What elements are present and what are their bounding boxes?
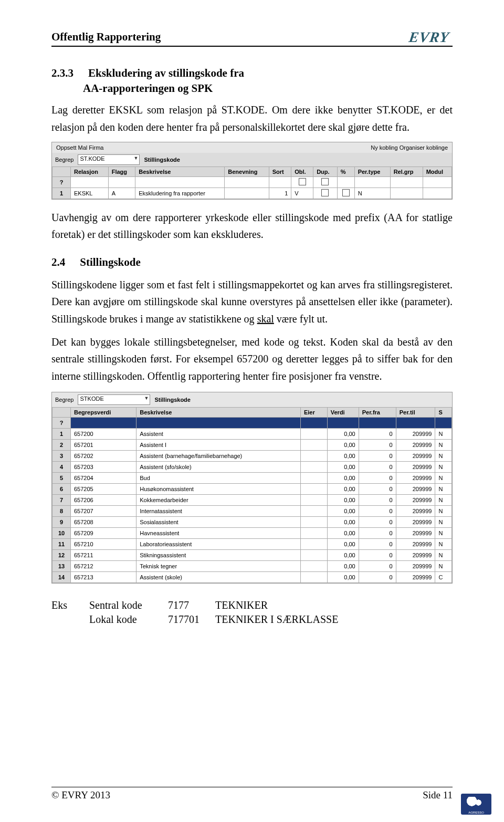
section-24-paragraph-2: Det kan bygges lokale stillingsbetegnels…: [51, 334, 453, 384]
ui2-col-pertil[interactable]: Per.til: [396, 408, 435, 418]
ui2-col-eier[interactable]: Eier: [300, 408, 327, 418]
ui2-begrep-label: Begrep: [55, 397, 74, 403]
ui1-begrep-title: Stillingskode: [144, 157, 180, 163]
eks-r1-a: Sentral kode: [89, 599, 168, 611]
ui2-data-row[interactable]: 7657206Kokkemedarbeider0,000209999N: [52, 495, 452, 506]
ui2-data-row[interactable]: 12657211Stikningsassistent0,000209999N: [52, 550, 452, 561]
ui1-menu-right[interactable]: Ny kobling Organiser koblinge: [371, 144, 448, 151]
ui-stkode-panel: Begrep STKODE Stillingskode Begrepsverdi…: [51, 392, 453, 584]
eks-r2-c: TEKNIKER I SÆRKLASSE: [215, 613, 453, 626]
footer-right: Side 11: [423, 789, 453, 801]
ui2-begrep-dropdown[interactable]: STKODE: [78, 394, 150, 405]
ui1-col-flagg[interactable]: Flagg: [108, 167, 135, 176]
ui1-col-beskrivelse[interactable]: Beskrivelse: [135, 167, 225, 176]
ui2-col-beskrivelse[interactable]: Beskrivelse: [136, 408, 301, 418]
agresso-badge-icon: AGRESSO: [461, 794, 491, 815]
checkbox-icon[interactable]: [342, 189, 350, 196]
section-233-paragraph-2: Uavhengig av om dere rapporterer yrkesko…: [51, 209, 453, 243]
eks-label: Eks: [51, 599, 89, 611]
ui1-col-pertype[interactable]: Per.type: [354, 167, 390, 176]
ui-relasjon-panel: Oppsett Mal Firma Ny kobling Organiser k…: [51, 142, 453, 200]
ui2-data-row[interactable]: 5657204Bud0,000209999N: [52, 473, 452, 484]
ui1-data-row-1[interactable]: 1 EKSKL A Ekskludering fra rapporter 1 V…: [52, 188, 452, 199]
ui2-table: Begrepsverdi Beskrivelse Eier Verdi Per.…: [52, 407, 452, 583]
checkbox-icon[interactable]: [321, 178, 329, 185]
ui2-data-row[interactable]: 4657203Assistent (sfo/skole)0,000209999N: [52, 462, 452, 473]
ui1-filter-row[interactable]: ?: [52, 176, 452, 188]
ui2-data-row[interactable]: 6657205Husøkonomassistent0,000209999N: [52, 484, 452, 495]
ui1-col-sort[interactable]: Sort: [269, 167, 291, 176]
ui2-begrep-title: Stillingskode: [154, 397, 190, 403]
ui2-col-s[interactable]: S: [435, 408, 452, 418]
ui1-col-0[interactable]: [52, 167, 71, 176]
ui2-data-row[interactable]: 10657209Havneassistent0,000209999N: [52, 528, 452, 539]
section-233-title-line2: AA-rapporteringen og SPK: [83, 82, 453, 95]
ui1-col-pct[interactable]: %: [337, 167, 354, 176]
section-24-number: 2.4: [51, 256, 65, 269]
ui2-data-row[interactable]: 8657207Internatassistent0,000209999N: [52, 506, 452, 517]
eks-r1-c: TEKNIKER: [215, 599, 453, 611]
eks-r2-b: 717701: [168, 613, 215, 626]
section-233-paragraph-1: Lag deretter EKSKL som relasjon på ST.KO…: [51, 101, 453, 136]
ui2-data-row[interactable]: 1657200Assistent0,000209999N: [52, 429, 452, 440]
ui1-begrep-dropdown[interactable]: ST.KODE: [78, 154, 140, 165]
ui1-menu-left[interactable]: Oppsett Mal Firma: [56, 144, 103, 151]
ui2-data-row[interactable]: 11657210Laboratorieassistent0,000209999N: [52, 539, 452, 550]
ui2-col-verdi[interactable]: Verdi: [327, 408, 359, 418]
ui2-data-row[interactable]: 14657213Assistent (skole)0,000209999C: [52, 572, 452, 583]
ui1-table: Relasjon Flagg Beskrivelse Benevning Sor…: [52, 167, 452, 199]
section-233-number: 2.3.3: [51, 67, 74, 80]
ui1-col-modul[interactable]: Modul: [423, 167, 452, 176]
checkbox-icon[interactable]: [321, 189, 329, 196]
ui2-data-row[interactable]: 13657212Teknisk tegner0,000209999N: [52, 561, 452, 572]
ui1-col-relgrp[interactable]: Rel.grp: [390, 167, 423, 176]
section-233-title-line1: Ekskludering av stillingskode fra: [88, 67, 244, 80]
evry-logo: EVRY: [408, 30, 454, 44]
page-header-title: Offentlig Rapportering: [51, 30, 161, 44]
example-block: Eks Sentral kode 7177 TEKNIKER Lokal kod…: [51, 599, 453, 626]
checkbox-icon[interactable]: [299, 178, 306, 185]
ui1-begrep-label: Begrep: [55, 157, 74, 163]
section-24-title: Stillingskode: [80, 256, 141, 269]
ui2-data-row[interactable]: 9657208Sosialassistent0,000209999N: [52, 517, 452, 528]
ui2-col-perfra[interactable]: Per.fra: [359, 408, 396, 418]
ui2-filter-row[interactable]: ?: [52, 418, 452, 429]
ui2-data-row[interactable]: 2657201Assistent I0,000209999N: [52, 440, 452, 451]
footer-left: © EVRY 2013: [51, 789, 110, 801]
ui2-data-row[interactable]: 3657202Assistent (barnehage/familiebarne…: [52, 451, 452, 462]
ui1-col-benevning[interactable]: Benevning: [225, 167, 269, 176]
eks-r1-b: 7177: [168, 599, 215, 611]
ui1-col-relasjon[interactable]: Relasjon: [71, 167, 109, 176]
eks-r2-a: Lokal kode: [89, 613, 168, 626]
ui1-col-obl[interactable]: Obl.: [291, 167, 313, 176]
section-24-paragraph-1: Stillingskodene ligger som et fast felt …: [51, 276, 453, 327]
ui2-col-begrepsverdi[interactable]: Begrepsverdi: [71, 408, 136, 418]
ui2-col-0[interactable]: [52, 408, 71, 418]
ui1-col-dup[interactable]: Dup.: [313, 167, 338, 176]
